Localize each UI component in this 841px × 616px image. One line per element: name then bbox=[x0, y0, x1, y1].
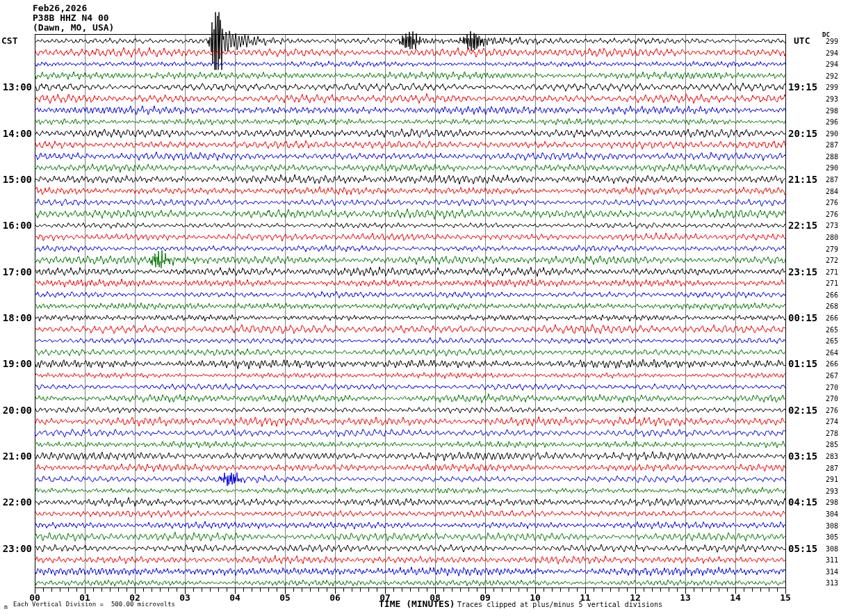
helicorder-page: Feb26,2026 P38B HHZ N4 00 (Dawn, MO, USA… bbox=[0, 0, 841, 616]
dc-value: 267 bbox=[806, 372, 838, 380]
hour-label-cst: 14:00 bbox=[0, 128, 32, 139]
dc-value: 292 bbox=[806, 72, 838, 80]
dc-value: 290 bbox=[806, 164, 838, 172]
dc-value: 299 bbox=[806, 83, 838, 91]
dc-value: 294 bbox=[806, 49, 838, 57]
dc-value: 279 bbox=[806, 245, 838, 253]
dc-value: 264 bbox=[806, 349, 838, 357]
dc-value: 285 bbox=[806, 441, 838, 448]
corner-mark: m bbox=[4, 604, 8, 610]
dc-value: 287 bbox=[806, 464, 838, 472]
dc-value: 266 bbox=[806, 360, 838, 368]
hour-label-cst: 23:00 bbox=[0, 543, 32, 554]
dc-value: 288 bbox=[806, 153, 838, 161]
dc-value: 294 bbox=[806, 60, 838, 68]
dc-value: 291 bbox=[806, 476, 838, 483]
dc-value: 274 bbox=[806, 418, 838, 425]
hour-label-cst: 17:00 bbox=[0, 266, 32, 277]
scale-note: Each Vertical Division = 500.00 microvol… bbox=[13, 601, 175, 608]
dc-value: 311 bbox=[806, 556, 838, 564]
dc-value: 293 bbox=[806, 487, 838, 495]
dc-value: 280 bbox=[806, 234, 838, 241]
dc-value: 298 bbox=[806, 499, 838, 506]
dc-value: 278 bbox=[806, 430, 838, 437]
clip-note: Traces clipped at plus/minus 5 vertical … bbox=[457, 601, 662, 608]
dc-value: 271 bbox=[806, 268, 838, 276]
header-station: P38B HHZ N4 00 bbox=[33, 13, 109, 23]
dc-value: 272 bbox=[806, 257, 838, 264]
header-location: (Dawn, MO, USA) bbox=[33, 23, 114, 33]
header-date: Feb26,2026 bbox=[33, 3, 87, 13]
dc-value: 298 bbox=[806, 107, 838, 115]
hour-label-cst: 16:00 bbox=[0, 220, 32, 231]
dc-value: 268 bbox=[806, 302, 838, 310]
hour-label-cst: 21:00 bbox=[0, 451, 32, 462]
x-tick-label: 15 bbox=[775, 592, 796, 603]
dc-value: 290 bbox=[806, 130, 838, 138]
dc-value: 266 bbox=[806, 314, 838, 322]
dc-value: 284 bbox=[806, 188, 838, 195]
dc-value: 265 bbox=[806, 337, 838, 345]
hour-label-cst: 18:00 bbox=[0, 312, 32, 323]
hour-label-cst: 20:00 bbox=[0, 405, 32, 416]
x-tick-label: 04 bbox=[224, 592, 245, 603]
dc-value: 299 bbox=[806, 38, 838, 45]
dc-value: 313 bbox=[806, 579, 838, 587]
dc-value: 293 bbox=[806, 95, 838, 103]
dc-value: 266 bbox=[806, 291, 838, 299]
x-axis-title: TIME (MINUTES) bbox=[379, 599, 455, 609]
hour-label-cst: 19:00 bbox=[0, 358, 32, 369]
dc-value: 270 bbox=[806, 395, 838, 403]
x-tick-label: 14 bbox=[725, 592, 746, 603]
dc-value: 287 bbox=[806, 141, 838, 149]
dc-value: 271 bbox=[806, 279, 838, 287]
left-timezone-label: CST bbox=[1, 35, 17, 46]
dc-value: 304 bbox=[806, 510, 838, 518]
dc-value: 270 bbox=[806, 384, 838, 391]
x-tick-label: 03 bbox=[174, 592, 195, 603]
hour-label-cst: 13:00 bbox=[0, 81, 32, 92]
dc-value: 276 bbox=[806, 407, 838, 414]
dc-value: 296 bbox=[806, 118, 838, 126]
dc-value: 265 bbox=[806, 326, 838, 334]
x-tick-label: 06 bbox=[325, 592, 345, 603]
hour-label-cst: 15:00 bbox=[0, 174, 32, 185]
dc-value: 314 bbox=[806, 568, 838, 576]
dc-value: 276 bbox=[806, 211, 838, 218]
dc-value: 308 bbox=[806, 545, 838, 553]
dc-value: 276 bbox=[806, 199, 838, 206]
dc-value: 283 bbox=[806, 453, 838, 460]
dc-value: 305 bbox=[806, 533, 838, 541]
hour-label-cst: 22:00 bbox=[0, 496, 32, 508]
dc-value: 308 bbox=[806, 522, 838, 530]
x-tick-label: 13 bbox=[675, 592, 696, 603]
dc-value: 287 bbox=[806, 176, 838, 184]
seismogram-canvas bbox=[0, 0, 841, 616]
x-tick-label: 05 bbox=[275, 592, 295, 603]
dc-value: 273 bbox=[806, 222, 838, 229]
